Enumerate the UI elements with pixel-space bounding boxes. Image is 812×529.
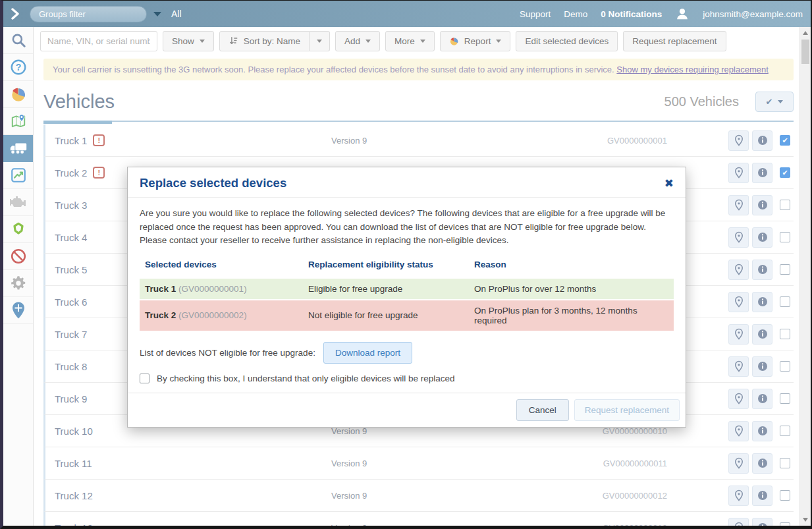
cancel-button[interactable]: Cancel (516, 399, 569, 421)
request-replacement-submit-button[interactable]: Request replacement (574, 399, 680, 421)
sidebar: ? (3, 27, 34, 526)
notifications-link[interactable]: 0 Notifications (601, 9, 662, 19)
chevron-right-icon (10, 8, 20, 20)
vehicle-info-button[interactable] (752, 453, 772, 474)
modal-title: Replace selected devices (140, 176, 286, 190)
vehicle-row[interactable]: Truck 11 ! Version 9 GV00000000011 (43, 447, 794, 480)
info-icon (757, 200, 768, 210)
eligibility-status: Eligible for free upgrade (303, 277, 469, 300)
vehicle-checkbox[interactable]: ✔ (780, 167, 790, 178)
request-replacement-button[interactable]: Request replacement (623, 31, 726, 51)
vehicle-checkbox[interactable] (780, 264, 790, 275)
eligibility-row: Truck 2 (GV0000000002) Not eligible for … (140, 300, 674, 331)
sidebar-item-system-settings[interactable] (3, 270, 33, 297)
sort-button[interactable]: Sort by: Name (219, 31, 310, 51)
locate-vehicle-button[interactable] (728, 292, 749, 312)
sidebar-item-engine[interactable] (3, 189, 33, 216)
sidebar-item-rules[interactable] (3, 243, 33, 270)
vehicle-version: Version 9 (331, 491, 496, 501)
locate-vehicle-button[interactable] (728, 356, 749, 377)
vehicle-row[interactable]: Truck 1 ! Version 9 GV0000000001 ✔ (43, 125, 794, 157)
vehicle-checkbox[interactable] (780, 200, 790, 210)
scrollbar-thumb[interactable] (801, 40, 809, 64)
sidebar-item-zones[interactable] (3, 216, 33, 243)
locate-vehicle-button[interactable] (728, 195, 749, 215)
scroll-up-button[interactable] (800, 28, 811, 38)
download-report-button[interactable]: Download report (323, 342, 412, 364)
search-input[interactable] (40, 31, 157, 51)
confirm-checkbox[interactable] (140, 374, 149, 383)
vehicle-info-button[interactable] (752, 227, 772, 248)
vehicle-info-button[interactable] (752, 163, 772, 183)
vehicle-row[interactable]: Truck 13 ! Version 9 GV00000000013 (43, 512, 794, 526)
locate-vehicle-button[interactable] (728, 227, 749, 248)
vehicle-checkbox[interactable] (780, 393, 790, 404)
vehicle-info-button[interactable] (752, 356, 772, 377)
sidebar-item-productivity[interactable] (3, 162, 33, 189)
vehicle-row[interactable]: Truck 12 ! Version 9 GV00000000012 (43, 480, 794, 512)
vehicle-checkbox[interactable] (780, 361, 790, 372)
locate-vehicle-button[interactable] (728, 163, 749, 183)
vehicle-info-button[interactable] (752, 130, 772, 151)
vehicle-checkbox[interactable] (780, 329, 790, 339)
help-icon: ? (10, 59, 27, 76)
sidebar-item-help[interactable]: ? (3, 54, 33, 81)
support-link[interactable]: Support (520, 9, 551, 19)
locate-vehicle-button[interactable] (728, 518, 749, 526)
demo-link[interactable]: Demo (564, 9, 587, 19)
sidebar-item-map[interactable] (3, 108, 33, 135)
user-email-menu[interactable]: johnsmith@example.com (703, 9, 803, 19)
expand-menu-button[interactable] (10, 8, 20, 20)
vehicle-checkbox[interactable] (780, 490, 790, 501)
vehicle-info-button[interactable] (752, 260, 772, 280)
info-icon (757, 329, 768, 339)
3g-sunset-banner: Your cell carrier is sunsetting the 3G n… (43, 59, 794, 80)
vehicle-info-button[interactable] (752, 518, 772, 526)
vehicle-info-button[interactable] (752, 486, 772, 506)
map-pin-icon (734, 457, 744, 469)
locate-vehicle-button[interactable] (728, 421, 749, 441)
info-icon (757, 458, 768, 468)
show-devices-requiring-replacement-link[interactable]: Show my devices requiring replacement (616, 65, 769, 74)
report-button[interactable]: Report (440, 31, 511, 51)
locate-vehicle-button[interactable] (728, 130, 749, 151)
sidebar-item-search[interactable] (3, 27, 33, 54)
sidebar-item-vehicles[interactable] (3, 135, 33, 162)
eligibility-reason: On ProPlus for over 12 months (469, 277, 674, 300)
locate-vehicle-button[interactable] (728, 324, 749, 345)
chevron-down-icon (317, 40, 322, 43)
groups-filter-field[interactable]: Groups filter (30, 6, 147, 22)
vehicle-serial: GV00000000011 (496, 459, 667, 468)
vehicle-info-button[interactable] (752, 421, 772, 441)
edit-selected-devices-button[interactable]: Edit selected devices (516, 31, 618, 51)
vehicle-checkbox[interactable] (780, 426, 790, 436)
more-button[interactable]: More (385, 31, 435, 51)
vehicle-checkbox[interactable] (780, 296, 790, 307)
locate-vehicle-button[interactable] (728, 260, 749, 280)
scroll-down-button[interactable] (800, 515, 811, 525)
locate-vehicle-button[interactable] (728, 389, 749, 409)
vehicle-checkbox[interactable] (780, 522, 790, 526)
select-all-button[interactable]: ✔ (755, 92, 794, 112)
vehicle-checkbox[interactable] (780, 232, 790, 242)
sort-button-group: Sort by: Name (219, 31, 330, 51)
vehicle-info-button[interactable] (752, 324, 772, 345)
add-button[interactable]: Add (335, 31, 380, 51)
vehicle-info-button[interactable] (752, 195, 772, 215)
confirm-checkbox-label: By checking this box, I understand that … (157, 374, 455, 383)
groups-filter-caret-icon[interactable] (153, 12, 161, 16)
vehicle-name: Truck 7 (55, 329, 87, 340)
vehicle-checkbox[interactable]: ✔ (780, 135, 790, 146)
sort-options-button[interactable] (310, 31, 330, 51)
show-button[interactable]: Show (163, 31, 214, 51)
sidebar-item-add-location[interactable] (3, 297, 33, 324)
vehicle-serial: GV0000000001 (496, 136, 667, 146)
close-icon[interactable]: ✖ (664, 178, 674, 189)
locate-vehicle-button[interactable] (728, 453, 749, 474)
vehicle-checkbox[interactable] (780, 458, 790, 468)
sidebar-item-reports[interactable] (3, 81, 33, 108)
vehicle-name: Truck 13 (55, 522, 93, 526)
vehicle-info-button[interactable] (752, 389, 772, 409)
locate-vehicle-button[interactable] (728, 486, 749, 506)
vehicle-info-button[interactable] (752, 292, 772, 312)
